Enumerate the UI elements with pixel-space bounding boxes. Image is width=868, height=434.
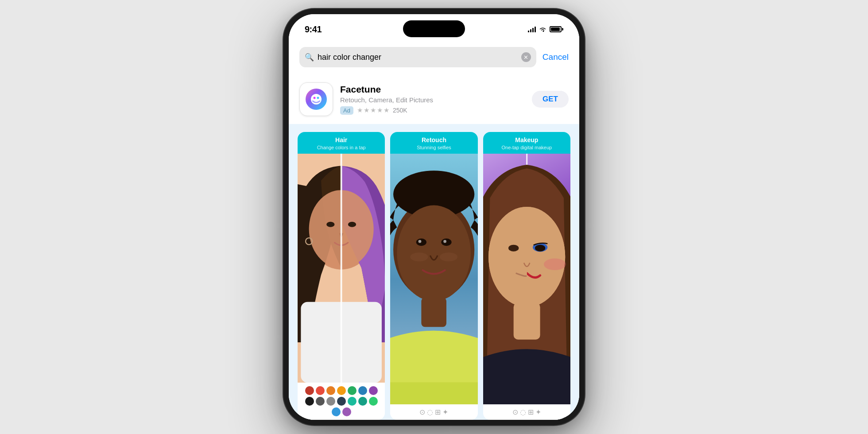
search-bar[interactable]: 🔍 hair color changer ✕	[299, 47, 536, 67]
makeup-footer-icons: ⊙ ◌ ⊞ ✦	[483, 404, 570, 420]
screenshot-header-retouch: Retouch Stunning selfies	[390, 132, 477, 154]
screenshot-card-makeup[interactable]: Makeup One-tap digital makeup	[483, 132, 570, 420]
svg-point-22	[444, 240, 447, 243]
facetune-icon	[301, 84, 332, 115]
clear-search-button[interactable]: ✕	[521, 52, 531, 62]
svg-point-18	[397, 205, 471, 301]
cancel-button[interactable]: Cancel	[542, 52, 569, 62]
svg-point-20	[442, 238, 452, 246]
svg-point-24	[440, 252, 457, 261]
signal-bars-icon	[528, 26, 536, 32]
color-swatch[interactable]	[326, 386, 335, 395]
color-swatch[interactable]	[348, 397, 356, 406]
color-swatch[interactable]	[358, 397, 367, 406]
screenshot-title-hair: Hair	[302, 136, 380, 144]
wifi-icon	[539, 27, 546, 32]
screenshot-image-hair	[298, 154, 385, 383]
ad-badge: Ad	[340, 106, 353, 115]
color-swatch[interactable]	[316, 386, 325, 395]
get-button[interactable]: GET	[532, 91, 569, 108]
screenshot-title-retouch: Retouch	[395, 136, 473, 144]
color-swatch[interactable]	[342, 407, 351, 416]
screenshots-section: Hair Change colors in a tap	[289, 124, 579, 420]
app-icon[interactable]	[299, 82, 333, 116]
screenshot-subtitle-makeup: One-tap digital makeup	[488, 145, 566, 150]
svg-point-4	[317, 97, 319, 99]
color-swatch[interactable]	[305, 397, 314, 406]
phone-shell: 9:41	[283, 9, 585, 425]
app-meta: Ad ★ ★ ★ ★ ★ 250K	[340, 106, 525, 115]
color-swatch[interactable]	[369, 386, 378, 395]
svg-rect-40	[513, 302, 540, 339]
svg-point-38	[535, 244, 545, 251]
screenshot-title-makeup: Makeup	[488, 136, 566, 144]
screenshot-header-hair: Hair Change colors in a tap	[298, 132, 385, 154]
screenshot-header-makeup: Makeup One-tap digital makeup	[483, 132, 570, 154]
screenshot-subtitle-retouch: Stunning selfies	[395, 145, 473, 150]
svg-point-10	[326, 221, 334, 227]
color-swatch[interactable]	[369, 397, 378, 406]
color-swatch[interactable]	[348, 386, 356, 395]
app-stars: ★ ★ ★ ★ ★	[357, 106, 389, 114]
svg-point-39	[544, 258, 566, 270]
svg-rect-25	[422, 298, 447, 327]
app-content: 🔍 hair color changer ✕ Cancel	[289, 41, 579, 420]
app-subtitle: Retouch, Camera, Edit Pictures	[340, 96, 525, 104]
rating-count: 250K	[393, 107, 407, 114]
search-icon: 🔍	[305, 53, 314, 62]
search-area: 🔍 hair color changer ✕ Cancel	[289, 41, 579, 74]
status-time: 9:41	[305, 24, 322, 35]
battery-icon	[550, 26, 563, 32]
screenshots-grid: Hair Change colors in a tap	[298, 132, 570, 420]
color-swatch[interactable]	[358, 386, 367, 395]
app-info: Facetune Retouch, Camera, Edit Pictures …	[340, 84, 525, 115]
svg-point-19	[416, 238, 426, 246]
app-listing-card: Facetune Retouch, Camera, Edit Pictures …	[289, 74, 579, 124]
search-query-text: hair color changer	[318, 53, 518, 62]
color-swatch[interactable]	[305, 386, 314, 395]
color-swatch[interactable]	[316, 397, 325, 406]
svg-point-23	[411, 252, 428, 261]
screenshot-image-makeup	[483, 154, 570, 404]
screenshot-card-hair[interactable]: Hair Change colors in a tap	[298, 132, 385, 420]
svg-point-21	[418, 240, 422, 243]
status-icons	[528, 26, 563, 32]
screenshot-subtitle-hair: Change colors in a tap	[302, 145, 380, 150]
color-swatch[interactable]	[332, 407, 341, 416]
svg-point-3	[314, 97, 316, 99]
dynamic-island	[403, 20, 465, 37]
app-name: Facetune	[340, 84, 525, 95]
color-swatch[interactable]	[326, 397, 335, 406]
color-swatch[interactable]	[337, 386, 346, 395]
svg-point-11	[348, 221, 356, 227]
screenshot-card-retouch[interactable]: Retouch Stunning selfies	[390, 132, 477, 420]
phone-screen: 9:41	[289, 14, 579, 420]
screenshot-image-retouch	[390, 154, 477, 404]
color-swatch[interactable]	[337, 397, 346, 406]
scene: 9:41	[0, 0, 868, 434]
retouch-footer-icons: ⊙ ◌ ⊞ ✦	[390, 404, 477, 420]
svg-point-35	[508, 244, 519, 251]
hair-color-swatches	[298, 383, 385, 420]
